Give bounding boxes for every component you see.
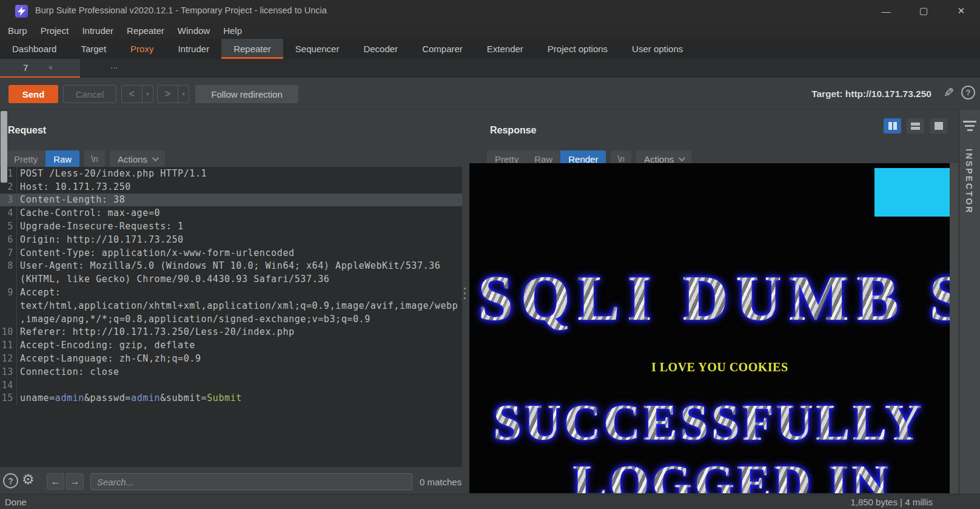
inspector-collapse-icon[interactable]: [963, 121, 976, 131]
maximize-icon[interactable]: ▢: [905, 0, 942, 22]
back-dropdown-icon[interactable]: ▾: [142, 86, 153, 103]
layout-switcher: [884, 118, 947, 133]
line-number: [0, 299, 17, 312]
response-render-view: SQLI DUMB S I LOVE YOU COOKIES SUCCESSFU…: [469, 163, 950, 493]
line-number: 4: [0, 206, 17, 220]
layout-single-button[interactable]: [930, 118, 947, 133]
request-line: 14: [0, 379, 462, 392]
search-settings-gear-icon[interactable]: ⚙: [22, 471, 35, 488]
tab-decoder[interactable]: Decoder: [351, 39, 410, 59]
tab-target[interactable]: Target: [69, 39, 118, 59]
request-line: 2Host: 10.171.73.250: [0, 180, 462, 194]
line-text: Accept-Encoding: gzip, deflate: [17, 340, 195, 351]
request-line: 3Content-Length: 38: [0, 194, 462, 207]
minimize-icon[interactable]: —: [867, 0, 905, 22]
menu-item-burp[interactable]: Burp: [1, 22, 34, 39]
menu-item-help[interactable]: Help: [216, 22, 249, 39]
rendered-success-text-2: LOGGED IN: [572, 453, 891, 493]
title-bar: Burp Suite Professional v2020.12.1 - Tem…: [0, 0, 980, 22]
back-button[interactable]: <: [122, 86, 142, 103]
close-tab-icon[interactable]: ×: [49, 64, 53, 72]
request-line: 8User-Agent: Mozilla/5.0 (Windows NT 10.…: [0, 260, 462, 273]
line-text: Upgrade-Insecure-Requests: 1: [17, 221, 184, 232]
line-text: Connection: close: [17, 366, 119, 377]
tab-user-options[interactable]: User options: [620, 39, 695, 59]
line-number: 6: [0, 233, 17, 246]
request-line: 9Accept:: [0, 286, 462, 299]
rendered-cookies-text: I LOVE YOU COOKIES: [651, 360, 788, 374]
burp-logo-icon: [15, 5, 28, 18]
request-line: 7Content-Type: application/x-www-form-ur…: [0, 246, 462, 260]
line-number: 12: [0, 352, 17, 365]
request-raw-tab[interactable]: Raw: [45, 150, 79, 167]
request-editor[interactable]: 1POST /Less-20/index.php HTTP/1.12Host: …: [0, 167, 462, 467]
burp-suite-window: Burp Suite Professional v2020.12.1 - Tem…: [0, 0, 980, 509]
line-number: 14: [0, 379, 17, 392]
tab-dashboard[interactable]: Dashboard: [0, 39, 69, 59]
request-line: (KHTML, like Gecko) Chrome/90.0.4430.93 …: [0, 272, 462, 286]
line-number: 8: [0, 260, 17, 273]
menu-item-window[interactable]: Window: [171, 22, 216, 39]
tab-intruder[interactable]: Intruder: [166, 39, 221, 59]
layout-rows-button[interactable]: [907, 118, 924, 133]
forward-dropdown-icon[interactable]: ▾: [178, 86, 189, 103]
divider-grip-icon[interactable]: [464, 288, 466, 299]
line-text: Cache-Control: max-age=0: [17, 207, 160, 218]
request-line: 1POST /Less-20/index.php HTTP/1.1: [0, 167, 462, 180]
tab-project-options[interactable]: Project options: [535, 39, 620, 59]
request-pretty-tab[interactable]: Pretty: [6, 150, 45, 167]
response-scrollbar-thumb[interactable]: [1, 111, 7, 183]
inspector-panel-collapsed[interactable]: INSPECTOR: [959, 110, 980, 494]
tab-repeater[interactable]: Repeater: [221, 39, 283, 59]
search-input[interactable]: [90, 473, 412, 490]
line-text: Origin: http://10.171.73.250: [17, 234, 184, 245]
search-match-count: 0 matches: [420, 477, 461, 487]
menu-item-repeater[interactable]: Repeater: [120, 22, 171, 39]
cancel-button[interactable]: Cancel: [63, 85, 116, 103]
forward-button[interactable]: >: [158, 86, 178, 103]
search-previous-button[interactable]: ←: [47, 473, 64, 490]
request-actions-button[interactable]: Actions: [110, 150, 165, 167]
forward-button-group: > ▾: [157, 85, 189, 103]
repeater-content: Request Pretty Raw \n Actions 1POST /Les…: [0, 109, 980, 494]
help-icon[interactable]: ?: [961, 86, 975, 99]
menu-item-project[interactable]: Project: [34, 22, 76, 39]
panel-split-divider[interactable]: [462, 110, 468, 494]
request-view-bar: Pretty Raw \n Actions: [6, 150, 165, 168]
repeater-tab-bar: 7 × ...: [0, 59, 980, 78]
request-search-bar: ? ⚙ ← → 0 matches: [0, 467, 462, 494]
line-text: uname=admin&passwd=admin&submit=Submit: [17, 393, 242, 403]
rendered-success-text-1: SUCCESSFULLY: [493, 393, 924, 452]
tab-sequencer[interactable]: Sequencer: [283, 39, 352, 59]
chevron-down-icon: [152, 155, 159, 161]
line-number: [0, 312, 17, 326]
tab-extender[interactable]: Extender: [475, 39, 535, 59]
line-number: 5: [0, 220, 17, 233]
target-url-label: Target: http://10.171.73.250: [811, 89, 931, 99]
response-panel-title: Response: [490, 125, 536, 136]
menu-item-intruder[interactable]: Intruder: [75, 22, 120, 39]
line-number: 7: [0, 246, 17, 260]
repeater-tab-7[interactable]: 7 ×: [0, 59, 80, 78]
tab-comparer[interactable]: Comparer: [410, 39, 475, 59]
line-number: 13: [0, 365, 17, 379]
line-text: User-Agent: Mozilla/5.0 (Windows NT 10.0…: [17, 260, 440, 271]
send-button[interactable]: Send: [8, 85, 58, 103]
request-newline-toggle[interactable]: \n: [84, 150, 105, 167]
chevron-down-icon: [679, 155, 685, 161]
tab-proxy[interactable]: Proxy: [118, 39, 166, 59]
request-line: 10Referer: http://10.171.73.250/Less-20/…: [0, 326, 462, 339]
status-message: Done: [5, 497, 27, 507]
request-panel-title: Request: [8, 125, 46, 136]
rendered-cyan-block: [874, 168, 950, 217]
response-scrollbar[interactable]: [950, 163, 958, 493]
line-text: Content-Type: application/x-www-form-url…: [17, 248, 295, 258]
edit-target-pencil-icon[interactable]: ✎: [944, 86, 955, 100]
follow-redirection-button[interactable]: Follow redirection: [195, 85, 298, 103]
layout-columns-button[interactable]: [884, 118, 901, 133]
request-line: 4Cache-Control: max-age=0: [0, 206, 462, 220]
search-next-button[interactable]: →: [66, 473, 84, 490]
search-help-icon[interactable]: ?: [3, 473, 18, 488]
more-tabs-button[interactable]: ...: [110, 60, 118, 70]
close-icon[interactable]: ✕: [942, 0, 980, 22]
